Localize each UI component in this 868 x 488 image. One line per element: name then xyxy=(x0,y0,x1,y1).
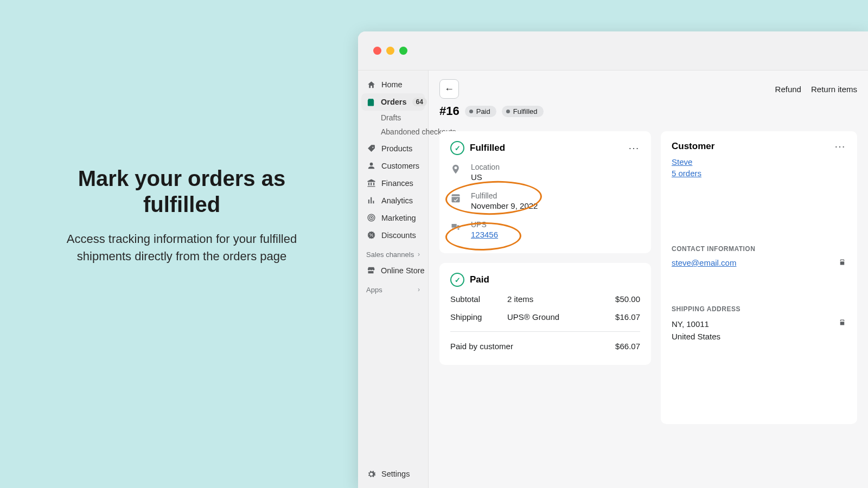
paid-card: ✓ Paid Subtotal 2 items $50.00 Shipping xyxy=(439,263,651,365)
sidebar: Home Orders 64 Drafts Abandoned checkout… xyxy=(358,70,429,488)
sidebar-label: Discounts xyxy=(381,231,416,240)
status-badge-paid: Paid xyxy=(465,106,496,117)
order-number: #16 xyxy=(439,104,459,118)
sidebar-label: Finances xyxy=(381,179,413,188)
more-button[interactable]: ⋯ xyxy=(834,141,846,152)
titlebar xyxy=(358,31,868,70)
clipboard-icon[interactable] xyxy=(838,318,846,326)
sidebar-label: Products xyxy=(381,144,412,153)
section-label: Apps xyxy=(366,286,382,294)
arrow-left-icon: ← xyxy=(444,84,454,95)
paid-amount: $66.07 xyxy=(615,342,640,351)
sidebar-label: Analytics xyxy=(381,196,413,205)
paid-by-label: Paid by customer xyxy=(450,342,615,351)
person-icon xyxy=(366,161,376,171)
promo-panel: Mark your orders as fulfilled Access tra… xyxy=(52,165,312,265)
sidebar-item-abandoned[interactable]: Abandoned checkouts xyxy=(361,125,425,140)
address-line: United States xyxy=(672,331,720,343)
customer-email-link[interactable]: steve@email.com xyxy=(672,258,736,267)
home-icon xyxy=(366,80,376,89)
status-badge-fulfilled: Fulfilled xyxy=(502,106,544,117)
close-window-button[interactable] xyxy=(373,47,381,55)
main-content: ← Refund Return items #16 Paid Fulfilled… xyxy=(429,70,868,488)
pin-icon xyxy=(450,163,463,175)
sidebar-label: Customers xyxy=(381,162,419,170)
sidebar-label: Marketing xyxy=(381,214,416,222)
sidebar-label: Online Store xyxy=(381,266,425,275)
location-label: Location xyxy=(471,163,500,171)
sidebar-item-marketing[interactable]: Marketing xyxy=(361,209,425,227)
orders-icon xyxy=(366,97,375,107)
sidebar-item-products[interactable]: Products xyxy=(361,140,425,157)
clipboard-icon[interactable] xyxy=(838,258,846,266)
app-window: Home Orders 64 Drafts Abandoned checkout… xyxy=(358,31,868,488)
check-circle-icon: ✓ xyxy=(450,141,464,155)
shipping-label: Shipping xyxy=(450,312,507,322)
sidebar-item-home[interactable]: Home xyxy=(361,76,425,93)
sidebar-item-customers[interactable]: Customers xyxy=(361,157,425,175)
promo-title: Mark your orders as fulfilled xyxy=(52,165,312,217)
chevron-right-icon: › xyxy=(418,251,420,258)
sidebar-section-apps[interactable]: Apps › xyxy=(361,279,425,297)
address-line: NY, 10011 xyxy=(672,318,720,331)
sidebar-item-finances[interactable]: Finances xyxy=(361,175,425,192)
svg-point-2 xyxy=(371,217,371,218)
sidebar-label: Home xyxy=(381,80,403,89)
sidebar-section-sales-channels[interactable]: Sales channels › xyxy=(361,244,425,262)
divider xyxy=(450,331,640,332)
sidebar-item-analytics[interactable]: Analytics xyxy=(361,192,425,209)
discount-icon xyxy=(366,230,376,240)
sidebar-item-online-store[interactable]: Online Store xyxy=(361,262,425,279)
shipping-method: UPS® Ground xyxy=(507,312,615,322)
annotation-circle xyxy=(445,222,522,251)
maximize-window-button[interactable] xyxy=(399,47,407,55)
sidebar-label: Orders xyxy=(381,98,407,106)
subtotal-amount: $50.00 xyxy=(615,294,640,304)
bank-icon xyxy=(366,178,376,188)
gear-icon xyxy=(366,469,376,479)
chart-icon xyxy=(366,196,376,206)
minimize-window-button[interactable] xyxy=(386,47,394,55)
customer-name-link[interactable]: Steve xyxy=(672,157,692,166)
orders-count-badge: 64 xyxy=(412,98,427,106)
sidebar-label: Settings xyxy=(381,470,410,478)
sidebar-item-drafts[interactable]: Drafts xyxy=(361,111,425,125)
return-items-button[interactable]: Return items xyxy=(811,85,857,94)
back-button[interactable]: ← xyxy=(439,79,459,99)
subtotal-items: 2 items xyxy=(507,294,615,304)
annotation-circle xyxy=(445,179,542,216)
sidebar-item-discounts[interactable]: Discounts xyxy=(361,227,425,244)
customer-orders-link[interactable]: 5 orders xyxy=(672,169,701,178)
refund-button[interactable]: Refund xyxy=(775,85,801,94)
sidebar-item-orders[interactable]: Orders 64 xyxy=(361,93,425,111)
shipping-address-label: SHIPPING ADDRESS xyxy=(672,305,846,313)
section-label: Sales channels xyxy=(366,251,414,259)
location-value: US xyxy=(471,172,500,182)
card-title: Customer xyxy=(672,141,714,152)
shipping-amount: $16.07 xyxy=(615,312,640,322)
more-button[interactable]: ⋯ xyxy=(628,143,640,153)
customer-card: Customer ⋯ Steve 5 orders CONTACT INFORM… xyxy=(661,131,857,424)
subtotal-label: Subtotal xyxy=(450,294,507,304)
promo-subtitle: Access tracking information for your ful… xyxy=(52,230,312,265)
card-title: Paid xyxy=(470,274,489,285)
store-icon xyxy=(366,266,375,275)
card-title: Fulfilled xyxy=(470,143,505,153)
check-circle-icon: ✓ xyxy=(450,273,464,287)
tag-icon xyxy=(366,144,376,153)
sidebar-item-settings[interactable]: Settings xyxy=(361,465,425,483)
target-icon xyxy=(366,213,376,223)
fulfilled-card: ✓ Fulfilled ⋯ Location US xyxy=(439,131,651,253)
chevron-right-icon: › xyxy=(418,286,420,293)
contact-info-label: CONTACT INFORMATION xyxy=(672,245,846,253)
